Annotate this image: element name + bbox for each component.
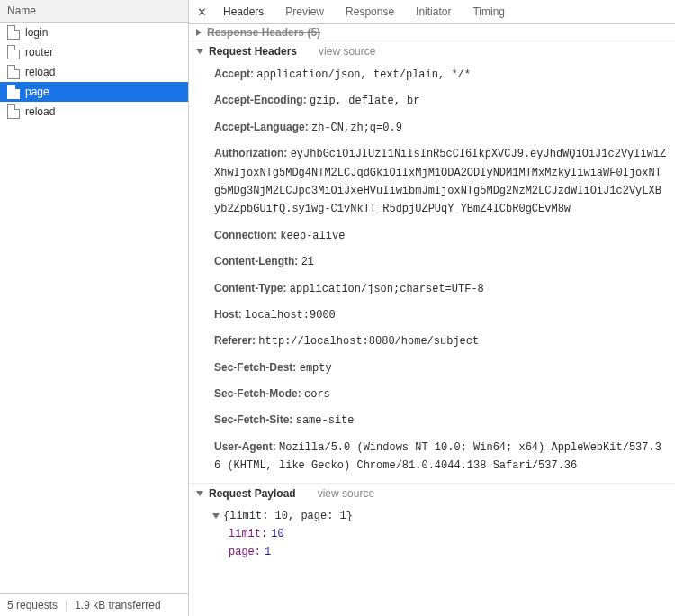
request-headers-section[interactable]: Request Headers view source (189, 41, 675, 61)
payload-entry: limit: 10 (212, 525, 668, 543)
header-value: zh-CN,zh;q=0.9 (311, 122, 402, 134)
status-bar: 5 requests | 1.9 kB transferred (0, 593, 188, 616)
request-item[interactable]: reload (0, 62, 188, 82)
request-item-label: reload (25, 66, 55, 78)
header-value: application/json;charset=UTF-8 (290, 283, 484, 295)
header-value: application/json, text/plain, */* (256, 68, 471, 81)
payload-value: 10 (271, 525, 284, 543)
view-source-link[interactable]: view source (319, 45, 375, 58)
header-value: keep-alive (280, 230, 345, 242)
header-name: User-Agent: (214, 440, 279, 453)
payload-key: page: (229, 543, 261, 561)
header-row: Content-Type: application/json;charset=U… (189, 276, 675, 302)
request-list: loginrouterreloadpagereload (0, 23, 188, 593)
payload-summary: {limit: 10, page: 1} (223, 507, 353, 525)
file-icon (7, 85, 20, 99)
header-name: Accept-Encoding: (214, 94, 310, 106)
transferred-size: 1.9 kB transferred (75, 599, 160, 611)
tab-timing[interactable]: Timing (462, 0, 516, 24)
network-sidebar: Name loginrouterreloadpagereload 5 reque… (0, 0, 189, 616)
payload-key: limit: (229, 525, 267, 543)
file-icon (7, 104, 20, 119)
chevron-down-icon (196, 491, 203, 496)
header-value: 21 (302, 256, 314, 268)
section-title: Request Headers (209, 45, 297, 58)
file-icon (7, 65, 20, 79)
header-row: User-Agent: Mozilla/5.0 (Windows NT 10.0… (189, 434, 675, 479)
header-row: Accept-Language: zh-CN,zh;q=0.9 (189, 114, 675, 140)
sidebar-column-header[interactable]: Name (0, 0, 188, 23)
details-tabs: ✕ HeadersPreviewResponseInitiatorTiming (189, 0, 675, 24)
request-item-label: reload (25, 105, 55, 118)
header-row: Accept-Encoding: gzip, deflate, br (189, 87, 675, 113)
request-payload-section[interactable]: Request Payload view source (189, 483, 675, 503)
request-item[interactable]: page (0, 82, 188, 102)
request-item[interactable]: reload (0, 102, 188, 122)
header-value: same-site (296, 414, 355, 427)
request-item-label: login (25, 26, 48, 39)
header-name: Accept: (214, 68, 256, 80)
tab-response[interactable]: Response (335, 0, 405, 24)
header-row: Accept: application/json, text/plain, */… (189, 61, 675, 87)
header-row: Authorization: eyJhbGciOiJIUzI1NiIsInR5c… (189, 140, 675, 222)
request-item-label: router (25, 46, 53, 59)
header-row: Connection: keep-alive (189, 222, 675, 249)
chevron-right-icon (196, 29, 202, 36)
header-name: Content-Type: (214, 282, 290, 294)
payload-entry: page: 1 (212, 543, 668, 561)
header-name: Sec-Fetch-Mode: (214, 387, 304, 400)
header-name: Referer: (214, 334, 258, 347)
section-title: Response Headers (5) (207, 26, 320, 39)
header-row: Sec-Fetch-Site: same-site (189, 407, 675, 433)
chevron-down-icon (212, 513, 220, 519)
tab-preview[interactable]: Preview (274, 0, 335, 24)
request-item-label: page (25, 86, 50, 98)
header-name: Content-Length: (214, 255, 302, 267)
header-value: empty (300, 362, 332, 375)
header-value: gzip, deflate, br (310, 95, 419, 107)
request-item[interactable]: login (0, 23, 188, 42)
header-row: Content-Length: 21 (189, 249, 675, 275)
payload-summary-row[interactable]: {limit: 10, page: 1} (212, 507, 668, 525)
chevron-down-icon (196, 49, 203, 54)
header-value: http://localhost:8080/home/subject (258, 335, 479, 348)
tab-headers[interactable]: Headers (212, 0, 274, 24)
tab-initiator[interactable]: Initiator (405, 0, 462, 24)
payload-body: {limit: 10, page: 1} limit: 10page: 1 (189, 503, 675, 566)
payload-value: 1 (265, 543, 271, 561)
file-icon (7, 25, 20, 40)
close-icon[interactable]: ✕ (193, 3, 211, 21)
header-name: Authorization: (214, 147, 291, 159)
header-value: Mozilla/5.0 (Windows NT 10.0; Win64; x64… (214, 441, 662, 472)
header-name: Connection: (214, 229, 280, 241)
request-item[interactable]: router (0, 42, 188, 62)
header-row: Sec-Fetch-Mode: cors (189, 381, 675, 407)
details-pane: ✕ HeadersPreviewResponseInitiatorTiming … (189, 0, 675, 616)
requests-count: 5 requests (7, 599, 58, 611)
divider: | (61, 599, 71, 611)
header-name: Host: (214, 308, 245, 321)
section-title: Request Payload (209, 487, 296, 500)
header-name: Accept-Language: (214, 121, 311, 133)
header-value: localhost:9000 (245, 309, 336, 322)
header-row: Host: localhost:9000 (189, 302, 675, 328)
header-name: Sec-Fetch-Dest: (214, 361, 300, 374)
header-value: cors (304, 388, 330, 401)
header-row: Referer: http://localhost:8080/home/subj… (189, 328, 675, 354)
header-name: Sec-Fetch-Site: (214, 413, 296, 426)
header-row: Sec-Fetch-Dest: empty (189, 355, 675, 381)
response-headers-section[interactable]: Response Headers (5) (189, 24, 675, 41)
view-source-link[interactable]: view source (318, 487, 374, 500)
details-body[interactable]: Response Headers (5) Request Headers vie… (189, 24, 675, 616)
file-icon (7, 45, 20, 59)
